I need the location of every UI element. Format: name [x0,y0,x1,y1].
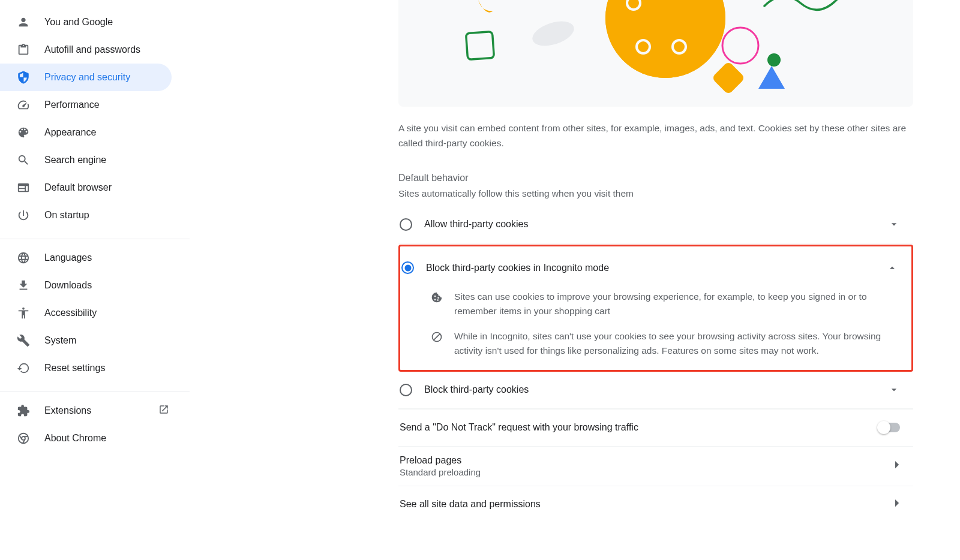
svg-point-3 [605,0,725,78]
sidebar-item-label: Default browser [44,182,172,193]
svg-rect-8 [466,32,494,60]
settings-sidebar: You and Google Autofill and passwords Pr… [0,0,190,560]
setting-label: See all site data and permissions [400,499,883,510]
sidebar-item-label: System [44,335,172,346]
browser-icon [17,181,30,194]
sidebar-item-performance[interactable]: Performance [0,91,172,119]
sidebar-item-label: Accessibility [44,308,172,318]
chevron-right-icon [895,460,900,471]
sidebar-item-label: Reset settings [44,363,172,374]
sidebar-item-label: Languages [44,252,172,263]
highlighted-option-box: Block third-party cookies in Incognito m… [398,245,913,372]
explanation-text: Sites can use cookies to improve your br… [454,290,898,318]
extension-icon [17,404,30,417]
download-icon [17,279,30,292]
explanation-row: While in Incognito, sites can't use your… [400,323,911,363]
search-icon [17,153,30,167]
sidebar-item-autofill[interactable]: Autofill and passwords [0,36,172,64]
wrench-icon [17,334,30,347]
cookie-icon [430,290,443,318]
toggle-off[interactable] [878,423,900,432]
sidebar-item-default-browser[interactable]: Default browser [0,174,172,201]
sidebar-item-label: Extensions [44,405,144,416]
setting-sublabel: Standard preloading [400,467,883,477]
accessibility-icon [17,306,30,320]
sidebar-item-system[interactable]: System [0,327,172,354]
sidebar-item-accessibility[interactable]: Accessibility [0,299,172,327]
sidebar-item-on-startup[interactable]: On startup [0,201,172,229]
globe-icon [17,251,30,264]
clipboard-icon [17,43,30,56]
open-in-new-icon [158,404,169,417]
chevron-down-icon[interactable] [888,384,900,396]
radio-selected-icon[interactable] [401,261,414,274]
option-allow-third-party[interactable]: Allow third-party cookies [398,206,913,243]
divider [0,392,190,392]
block-icon [430,329,443,358]
sidebar-item-reset[interactable]: Reset settings [0,354,172,382]
sidebar-item-you-google[interactable]: You and Google [0,8,172,36]
explanation-row: Sites can use cookies to improve your br… [400,284,911,323]
hero-illustration [398,0,913,107]
sidebar-item-label: You and Google [44,17,172,28]
sidebar-item-downloads[interactable]: Downloads [0,272,172,299]
speedometer-icon [17,98,30,112]
palette-icon [17,126,30,139]
svg-point-10 [722,28,758,64]
sidebar-item-appearance[interactable]: Appearance [0,119,172,146]
chevron-down-icon[interactable] [888,218,900,230]
svg-point-9 [529,17,577,50]
sidebar-item-label: Performance [44,100,172,110]
setting-do-not-track[interactable]: Send a "Do Not Track" request with your … [398,409,913,446]
svg-rect-12 [712,61,746,95]
chrome-icon [17,432,30,445]
main-content: A site you visit can embed content from … [190,0,960,560]
sidebar-item-label: Search engine [44,155,172,165]
option-label: Block third-party cookies in Incognito m… [426,263,874,273]
sidebar-item-search-engine[interactable]: Search engine [0,146,172,174]
sidebar-item-label: Privacy and security [44,72,172,83]
sidebar-item-label: On startup [44,210,172,221]
sidebar-item-about[interactable]: About Chrome [0,424,172,452]
power-icon [17,209,30,222]
option-block-all[interactable]: Block third-party cookies [398,372,913,409]
sidebar-item-privacy[interactable]: Privacy and security [0,64,172,91]
chevron-up-icon[interactable] [886,262,898,274]
chevron-right-icon [895,499,900,510]
sidebar-item-label: Downloads [44,280,172,291]
setting-label: Preload pages [400,455,883,466]
sidebar-item-label: Appearance [44,127,172,138]
radio-unselected-icon[interactable] [400,218,412,231]
explanation-text: While in Incognito, sites can't use your… [454,329,898,358]
intro-text: A site you visit can embed content from … [398,107,913,151]
sidebar-item-languages[interactable]: Languages [0,244,172,272]
sidebar-item-label: Autofill and passwords [44,44,172,55]
svg-point-11 [767,53,781,67]
setting-label: Send a "Do Not Track" request with your … [400,422,866,433]
option-block-incognito[interactable]: Block third-party cookies in Incognito m… [400,246,911,284]
default-behavior-title: Default behavior [398,173,913,183]
shield-icon [17,71,30,84]
default-behavior-subtitle: Sites automatically follow this setting … [398,188,913,199]
option-label: Block third-party cookies [424,384,876,395]
restore-icon [17,362,30,375]
person-icon [17,16,30,29]
sidebar-item-label: About Chrome [44,433,172,444]
setting-preload-pages[interactable]: Preload pages Standard preloading [398,446,913,486]
divider [0,239,190,239]
setting-see-all-site-data[interactable]: See all site data and permissions [398,486,913,523]
sidebar-item-extensions[interactable]: Extensions [0,397,172,424]
radio-unselected-icon[interactable] [400,384,412,396]
option-label: Allow third-party cookies [424,219,876,230]
